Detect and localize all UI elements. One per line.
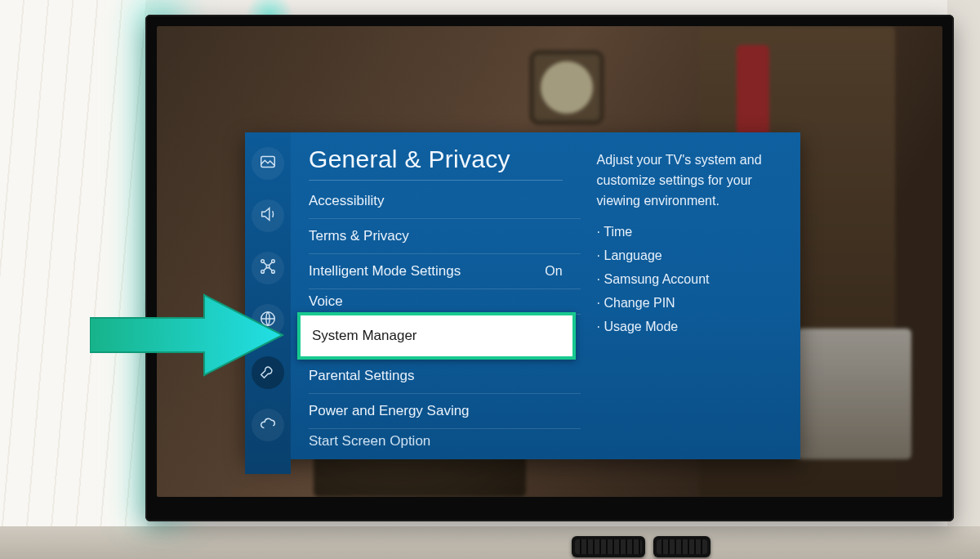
settings-overlay: General & Privacy Accessibility Terms & … bbox=[245, 132, 800, 459]
rice-cooker bbox=[797, 329, 911, 459]
menu-item-power-energy[interactable]: Power and Energy Saving bbox=[309, 394, 581, 429]
tv-frame: General & Privacy Accessibility Terms & … bbox=[145, 15, 954, 521]
menu-item-label: Accessibility bbox=[309, 193, 385, 209]
settings-menu: Accessibility Terms & Privacy Intelligen… bbox=[309, 184, 581, 454]
menu-item-voice[interactable]: Voice bbox=[309, 289, 581, 315]
menu-item-parental-settings[interactable]: Parental Settings bbox=[309, 359, 581, 394]
wrench-icon bbox=[259, 362, 277, 383]
sound-icon bbox=[259, 205, 277, 226]
menu-item-label: Terms & Privacy bbox=[309, 228, 409, 244]
settings-list-column: General & Privacy Accessibility Terms & … bbox=[291, 132, 581, 459]
rail-broadcast[interactable] bbox=[252, 304, 284, 337]
settings-description-text: Adjust your TV's system and customize se… bbox=[597, 150, 784, 211]
menu-item-system-manager[interactable]: System Manager bbox=[297, 312, 576, 360]
wall-clock bbox=[534, 55, 599, 120]
scene: General & Privacy Accessibility Terms & … bbox=[0, 0, 980, 559]
broadcast-icon bbox=[259, 310, 277, 331]
svg-point-4 bbox=[261, 271, 265, 274]
menu-item-label: Parental Settings bbox=[309, 368, 414, 384]
rail-support[interactable] bbox=[252, 409, 284, 441]
settings-title: General & Privacy bbox=[309, 145, 581, 173]
tv-remote bbox=[572, 536, 645, 557]
settings-category-rail bbox=[245, 132, 291, 474]
menu-item-accessibility[interactable]: Accessibility bbox=[309, 184, 581, 219]
description-bullet: Usage Mode bbox=[597, 315, 784, 339]
rail-picture[interactable] bbox=[252, 147, 284, 180]
rail-connection[interactable] bbox=[252, 252, 284, 284]
tv-screen: General & Privacy Accessibility Terms & … bbox=[157, 26, 942, 497]
menu-item-label: Start Screen Option bbox=[309, 433, 430, 449]
svg-point-3 bbox=[272, 260, 275, 263]
description-bullet: Change PIN bbox=[597, 292, 784, 315]
menu-item-start-screen[interactable]: Start Screen Option bbox=[309, 429, 581, 454]
menu-item-label: Power and Energy Saving bbox=[309, 403, 470, 419]
settings-panel: General & Privacy Accessibility Terms & … bbox=[291, 132, 800, 459]
settings-description-list: Time Language Samsung Account Change PIN… bbox=[597, 221, 784, 338]
menu-item-terms-privacy[interactable]: Terms & Privacy bbox=[309, 219, 581, 254]
settings-description-column: Adjust your TV's system and customize se… bbox=[581, 132, 800, 459]
menu-item-value: On bbox=[545, 264, 562, 279]
picture-icon bbox=[259, 153, 277, 174]
svg-point-2 bbox=[261, 260, 265, 263]
menu-item-label: Voice bbox=[309, 293, 343, 310]
menu-item-intelligent-mode[interactable]: Intelligent Mode Settings On bbox=[309, 254, 581, 289]
rail-sound[interactable] bbox=[252, 199, 284, 232]
room-floor bbox=[0, 526, 980, 559]
description-bullet: Time bbox=[597, 221, 784, 244]
svg-point-5 bbox=[272, 271, 275, 274]
svg-point-1 bbox=[266, 265, 270, 268]
description-bullet: Samsung Account bbox=[597, 268, 784, 292]
menu-item-label: System Manager bbox=[312, 328, 417, 344]
menu-item-label: Intelligent Mode Settings bbox=[309, 263, 461, 280]
connection-icon bbox=[259, 257, 277, 279]
description-bullet: Language bbox=[597, 244, 784, 268]
rail-general[interactable] bbox=[252, 356, 284, 389]
tv-remote bbox=[653, 536, 710, 557]
divider bbox=[309, 180, 563, 181]
cloud-icon bbox=[259, 414, 277, 436]
